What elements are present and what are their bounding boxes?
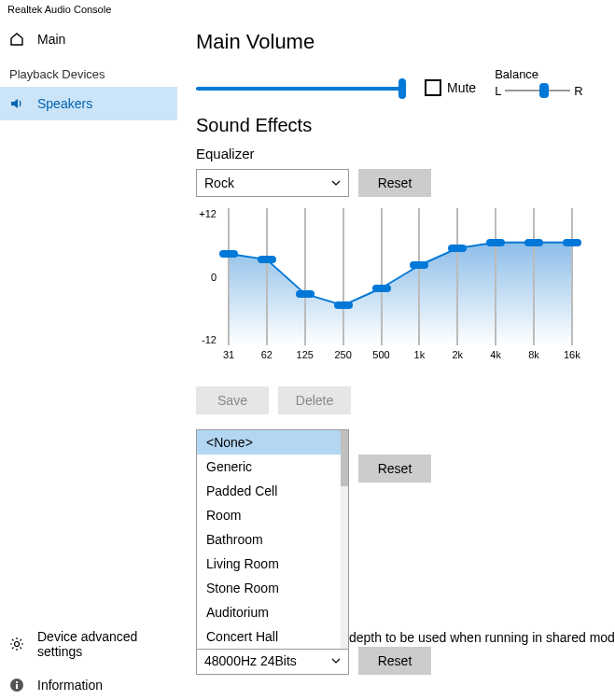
dropdown-option[interactable]: Living Room <box>197 552 348 576</box>
equalizer-chart: +120-12 31621252505001k2k4k8k16k <box>196 208 579 362</box>
sound-effects-heading: Sound Effects <box>196 115 596 136</box>
format-reset-button[interactable]: Reset <box>358 647 431 675</box>
eq-band-slider[interactable]: 250 <box>337 208 350 345</box>
chevron-down-icon <box>331 656 341 665</box>
environment-reset-button[interactable]: Reset <box>358 455 431 483</box>
balance-label: Balance <box>495 67 583 81</box>
eq-band-slider[interactable]: 8k <box>527 208 540 345</box>
home-icon <box>9 32 24 47</box>
dropdown-option[interactable]: Padded Cell <box>197 479 348 503</box>
mute-label: Mute <box>447 80 476 95</box>
svg-rect-2 <box>16 684 18 689</box>
gear-icon <box>9 637 24 651</box>
sidebar-item-speakers[interactable]: Speakers <box>0 87 177 120</box>
svg-point-0 <box>15 642 20 647</box>
dropdown-scrollbar[interactable] <box>341 430 348 649</box>
dropdown-option[interactable]: Room <box>197 503 348 527</box>
dropdown-option[interactable]: Concert Hall <box>197 624 348 649</box>
speaker-icon <box>9 96 24 111</box>
equalizer-preset-select[interactable]: Rock <box>196 169 349 197</box>
chevron-down-icon <box>331 178 341 188</box>
sidebar-label: Device advanced settings <box>37 629 168 659</box>
environment-dropdown[interactable]: <None>GenericPadded CellRoomBathroomLivi… <box>196 429 349 650</box>
dropdown-option[interactable]: Auditorium <box>197 600 348 624</box>
equalizer-delete-button[interactable]: Delete <box>278 386 351 414</box>
dropdown-option[interactable]: <None> <box>197 430 348 455</box>
dropdown-option[interactable]: Generic <box>197 455 348 479</box>
sidebar-item-advanced[interactable]: Device advanced settings <box>0 620 177 668</box>
sidebar-item-info[interactable]: Information <box>0 668 177 700</box>
dropdown-option[interactable]: Bathroom <box>197 527 348 552</box>
mute-checkbox[interactable]: Mute <box>425 79 476 96</box>
sidebar: Main Playback Devices Speakers Device ad… <box>0 22 177 700</box>
format-value: 48000Hz 24Bits <box>204 653 297 668</box>
eq-band-slider[interactable]: 500 <box>375 208 388 345</box>
sidebar-label: Main <box>37 32 65 47</box>
equalizer-save-button[interactable]: Save <box>196 386 269 414</box>
balance-slider[interactable] <box>505 83 570 98</box>
eq-band-slider[interactable]: 1k <box>412 208 426 345</box>
sidebar-section-playback: Playback Devices <box>0 56 177 87</box>
main-volume-heading: Main Volume <box>196 30 596 54</box>
balance-left: L <box>495 84 501 98</box>
volume-slider[interactable] <box>196 79 406 98</box>
window-title: Realtek Audio Console <box>0 0 615 22</box>
equalizer-preset-value: Rock <box>204 175 234 190</box>
format-description-fragment: depth to be used when running in shared … <box>349 630 615 645</box>
svg-rect-3 <box>16 681 18 683</box>
balance-right: R <box>574 84 582 98</box>
sidebar-item-main[interactable]: Main <box>0 22 177 56</box>
sidebar-label: Information <box>37 678 103 693</box>
equalizer-reset-button[interactable]: Reset <box>358 169 431 197</box>
eq-band-slider[interactable]: 2k <box>451 208 464 345</box>
eq-band-slider[interactable]: 16k <box>566 208 579 345</box>
eq-band-slider[interactable]: 62 <box>260 208 273 345</box>
sidebar-label: Speakers <box>37 96 92 111</box>
eq-band-slider[interactable]: 31 <box>222 208 235 345</box>
eq-band-slider[interactable]: 125 <box>299 208 312 345</box>
dropdown-option[interactable]: Stone Room <box>197 576 348 600</box>
info-icon <box>9 678 24 693</box>
format-select[interactable]: 48000Hz 24Bits <box>196 647 349 675</box>
eq-band-slider[interactable]: 4k <box>489 208 502 345</box>
equalizer-label: Equalizer <box>196 146 596 161</box>
